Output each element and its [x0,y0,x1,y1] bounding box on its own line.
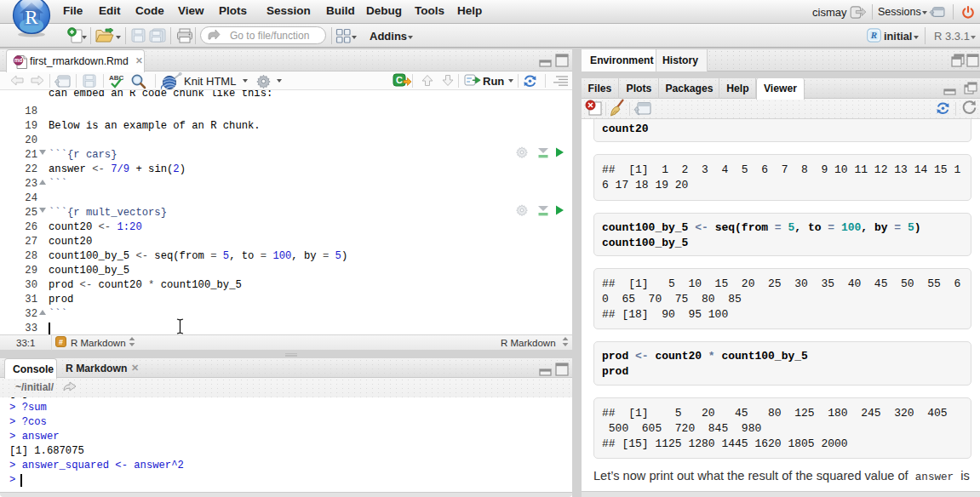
svg-text:md: md [14,57,23,63]
svg-text:C: C [396,75,403,85]
svg-text:ABC: ABC [109,74,124,82]
svg-text:R: R [870,30,877,40]
svg-text:#: # [59,338,63,346]
